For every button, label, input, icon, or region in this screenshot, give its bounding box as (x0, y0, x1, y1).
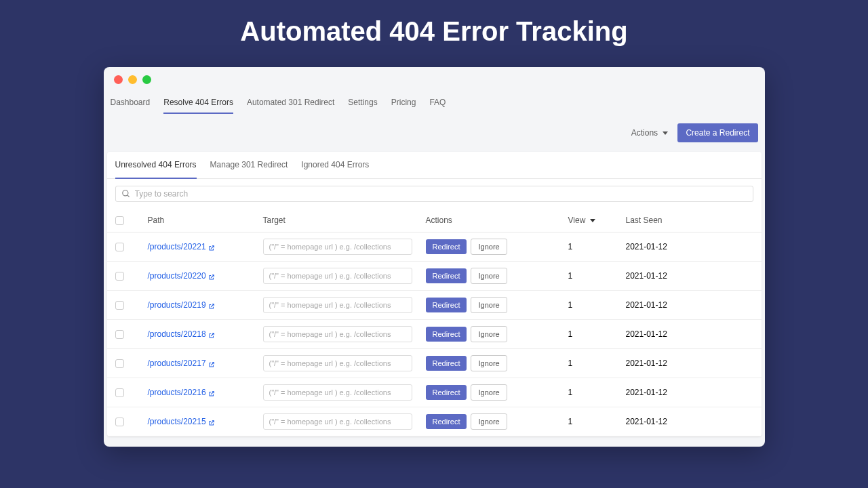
content-card: Unresolved 404 ErrorsManage 301 Redirect… (107, 152, 762, 436)
target-input[interactable] (263, 268, 412, 284)
sort-descending-icon (590, 219, 595, 222)
row-checkbox[interactable] (115, 243, 124, 251)
search-icon (121, 189, 131, 199)
row-checkbox[interactable] (115, 359, 124, 368)
header-view[interactable]: View (568, 216, 626, 225)
redirect-button[interactable]: Redirect (426, 239, 467, 254)
last-seen: 2021-01-12 (626, 329, 694, 339)
search-box[interactable] (115, 186, 753, 202)
last-seen: 2021-01-12 (626, 300, 694, 310)
table-row: /products/20220RedirectIgnore12021-01-12 (107, 262, 762, 291)
maximize-icon[interactable] (142, 75, 151, 84)
view-count: 1 (568, 417, 626, 426)
table-row: /products/20219RedirectIgnore12021-01-12 (107, 291, 762, 320)
view-count: 1 (568, 242, 626, 251)
actions-label: Actions (631, 128, 658, 138)
redirect-button[interactable]: Redirect (426, 268, 467, 283)
chevron-down-icon (663, 131, 668, 135)
toolbar: Actions Create a Redirect (104, 114, 765, 152)
subtab[interactable]: Unresolved 404 Errors (115, 152, 197, 179)
minimize-icon[interactable] (128, 75, 137, 84)
header-actions: Actions (426, 216, 568, 225)
path-link[interactable]: /products/20221 (148, 242, 206, 251)
header-target: Target (263, 216, 426, 225)
target-input[interactable] (263, 239, 412, 255)
ignore-button[interactable]: Ignore (471, 326, 507, 342)
last-seen: 2021-01-12 (626, 388, 694, 397)
path-link[interactable]: /products/20218 (148, 329, 206, 339)
external-link-icon (208, 390, 215, 396)
target-input[interactable] (263, 326, 412, 342)
external-link-icon (208, 331, 215, 338)
path-link[interactable]: /products/20217 (148, 359, 206, 368)
table-row: /products/20218RedirectIgnore12021-01-12 (107, 320, 762, 349)
row-checkbox[interactable] (115, 418, 124, 426)
row-checkbox[interactable] (115, 388, 124, 397)
ignore-button[interactable]: Ignore (471, 355, 507, 371)
window-titlebar (104, 67, 765, 92)
nav-item[interactable]: Automated 301 Redirect (247, 92, 334, 114)
header-view-label: View (568, 216, 586, 225)
search-input[interactable] (135, 189, 747, 199)
select-all-checkbox[interactable] (115, 216, 124, 225)
header-last-seen: Last Seen (626, 216, 694, 225)
nav-item[interactable]: Resolve 404 Errors (163, 92, 233, 114)
view-count: 1 (568, 359, 626, 368)
nav-item[interactable]: Settings (348, 92, 377, 114)
nav-item[interactable]: Pricing (391, 92, 416, 114)
row-checkbox[interactable] (115, 330, 124, 339)
subtabs: Unresolved 404 ErrorsManage 301 Redirect… (107, 152, 762, 179)
view-count: 1 (568, 388, 626, 397)
svg-point-0 (122, 190, 127, 196)
row-checkbox[interactable] (115, 301, 124, 310)
create-redirect-button[interactable]: Create a Redirect (677, 123, 757, 142)
last-seen: 2021-01-12 (626, 271, 694, 281)
redirect-button[interactable]: Redirect (426, 298, 467, 312)
main-nav: DashboardResolve 404 ErrorsAutomated 301… (104, 92, 765, 114)
view-count: 1 (568, 300, 626, 310)
redirect-button[interactable]: Redirect (426, 356, 467, 371)
redirect-button[interactable]: Redirect (426, 414, 467, 429)
table-body: /products/20221RedirectIgnore12021-01-12… (107, 232, 762, 436)
nav-item[interactable]: FAQ (429, 92, 446, 114)
external-link-icon (208, 302, 215, 309)
view-count: 1 (568, 271, 626, 281)
path-link[interactable]: /products/20219 (148, 300, 206, 310)
external-link-icon (208, 419, 215, 426)
last-seen: 2021-01-12 (626, 417, 694, 426)
external-link-icon (208, 244, 215, 251)
app-window: DashboardResolve 404 ErrorsAutomated 301… (104, 67, 765, 447)
redirect-button[interactable]: Redirect (426, 385, 467, 400)
close-icon[interactable] (114, 75, 123, 84)
target-input[interactable] (263, 413, 412, 430)
table-row: /products/20215RedirectIgnore12021-01-12 (107, 407, 762, 436)
page-heading: Automated 404 Error Tracking (0, 0, 868, 67)
view-count: 1 (568, 329, 626, 339)
ignore-button[interactable]: Ignore (471, 268, 507, 284)
table-row: /products/20216RedirectIgnore12021-01-12 (107, 378, 762, 407)
path-link[interactable]: /products/20220 (148, 271, 206, 281)
redirect-button[interactable]: Redirect (426, 327, 467, 342)
ignore-button[interactable]: Ignore (471, 413, 507, 430)
subtab[interactable]: Manage 301 Redirect (210, 152, 288, 179)
table-header-row: Path Target Actions View Last Seen (107, 209, 762, 232)
nav-item[interactable]: Dashboard (111, 92, 151, 114)
subtab[interactable]: Ignored 404 Errors (301, 152, 369, 179)
ignore-button[interactable]: Ignore (471, 239, 507, 255)
target-input[interactable] (263, 297, 412, 313)
last-seen: 2021-01-12 (626, 359, 694, 368)
table-row: /products/20217RedirectIgnore12021-01-12 (107, 349, 762, 378)
ignore-button[interactable]: Ignore (471, 384, 507, 401)
external-link-icon (208, 273, 215, 280)
actions-dropdown[interactable]: Actions (631, 128, 669, 138)
last-seen: 2021-01-12 (626, 242, 694, 251)
header-path: Path (148, 216, 263, 225)
search-container (107, 179, 762, 209)
external-link-icon (208, 361, 215, 367)
path-link[interactable]: /products/20215 (148, 417, 206, 426)
ignore-button[interactable]: Ignore (471, 297, 507, 313)
path-link[interactable]: /products/20216 (148, 388, 206, 397)
target-input[interactable] (263, 384, 412, 401)
row-checkbox[interactable] (115, 272, 124, 281)
target-input[interactable] (263, 355, 412, 371)
